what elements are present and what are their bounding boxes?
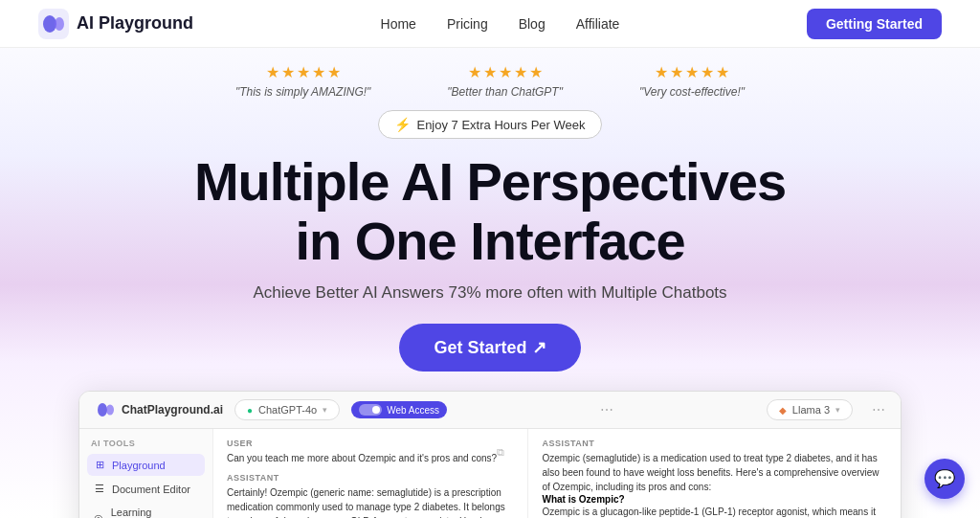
chevron-down-icon: ▾ <box>323 405 327 415</box>
star: ★ <box>655 63 668 81</box>
hero-cta-button[interactable]: Get Started ↗ <box>399 324 580 372</box>
chatgpt-tab[interactable]: ● ChatGPT-4o ▾ <box>234 399 340 420</box>
chevron-down-icon: ▾ <box>835 405 840 415</box>
sidebar-doc-label: Document Editor <box>112 484 190 495</box>
ai-tools-label: AI TOOLS <box>87 439 205 448</box>
user-role-label: USER <box>227 439 514 448</box>
sidebar-playground[interactable]: ⊞ Playground <box>87 454 205 476</box>
toggle-switch[interactable] <box>359 404 382 416</box>
app-logo-small: ChatPlayground.ai <box>95 399 223 420</box>
response-text-1: Ozempic (semaglutide) is a medication us… <box>542 451 887 494</box>
app-chat-panel: USER Can you teach me more about Ozempic… <box>213 429 528 518</box>
chatgpt-tab-label: ChatGPT-4o <box>258 404 317 416</box>
review-3: ★ ★ ★ ★ ★ "Very cost-effective!" <box>639 63 745 99</box>
assistant-message-text: Certainly! Ozempic (generic name: semagl… <box>227 485 514 518</box>
logo-text: AI Playground <box>77 13 193 34</box>
app-sidebar: AI TOOLS ⊞ Playground ☰ Document Editor … <box>79 429 213 518</box>
star: ★ <box>312 63 325 81</box>
nav-blog[interactable]: Blog <box>519 16 546 32</box>
sidebar-learning-companion[interactable]: ◎ Learning Companion <box>87 502 205 518</box>
user-message-block: USER Can you teach me more about Ozempic… <box>227 439 514 465</box>
badge-lightning-icon: ⚡ <box>394 117 411 132</box>
star: ★ <box>297 63 310 81</box>
response-text-2: Ozempic is a glucagon-like peptide-1 (GL… <box>542 505 887 518</box>
assistant-role-label: ASSISTANT <box>227 473 514 483</box>
svg-point-3 <box>98 403 107 417</box>
hero-subtitle: Achieve Better AI Answers 73% more often… <box>253 283 726 303</box>
star: ★ <box>281 63 295 81</box>
nav-affiliate[interactable]: Affiliate <box>576 16 620 32</box>
star: ★ <box>685 63 699 81</box>
more-options-icon-2[interactable]: ⋯ <box>872 402 885 417</box>
nav-pricing[interactable]: Pricing <box>447 16 488 32</box>
sidebar-playground-label: Playground <box>112 460 166 471</box>
chat-float-button[interactable]: 💬 <box>924 459 965 499</box>
hero-title-line2: in One Interface <box>295 211 684 271</box>
badge-label: Enjoy 7 Extra Hours Per Week <box>416 118 585 132</box>
document-icon: ☰ <box>93 483 106 495</box>
logo[interactable]: AI Playground <box>38 9 193 39</box>
app-response-panel: ASSISTANT Ozempic (semaglutide) is a med… <box>528 429 901 518</box>
playground-icon: ⊞ <box>93 459 106 471</box>
response-bold-1: What is Ozempic? <box>542 494 887 505</box>
assistant-message-block: ASSISTANT Certainly! Ozempic (generic na… <box>227 473 514 518</box>
star: ★ <box>716 63 729 81</box>
promo-badge: ⚡ Enjoy 7 Extra Hours Per Week <box>378 110 601 139</box>
app-body: AI TOOLS ⊞ Playground ☰ Document Editor … <box>79 429 901 518</box>
app-screenshot: ChatPlayground.ai ● ChatGPT-4o ▾ Web Acc… <box>78 391 902 518</box>
star: ★ <box>670 63 683 81</box>
review-2: ★ ★ ★ ★ ★ "Better than ChatGPT" <box>447 63 563 99</box>
review-text-3: "Very cost-effective!" <box>639 85 745 99</box>
svg-point-2 <box>55 17 64 31</box>
llama-icon: ◆ <box>779 405 787 416</box>
stars-1: ★ ★ ★ ★ ★ <box>266 63 341 81</box>
svg-point-4 <box>106 405 114 416</box>
svg-point-1 <box>43 15 56 33</box>
star: ★ <box>499 63 512 81</box>
web-access-toggle[interactable]: Web Access <box>351 401 447 418</box>
chat-bubble-icon: 💬 <box>934 468 955 489</box>
copy-icon[interactable]: ⧉ <box>497 446 504 459</box>
stars-2: ★ ★ ★ ★ ★ <box>468 63 543 81</box>
star: ★ <box>514 63 527 81</box>
response-role-label: ASSISTANT <box>542 439 887 448</box>
hero-content: ★ ★ ★ ★ ★ "This is simply AMAZING!" ★ ★ … <box>0 48 980 518</box>
llama-tab[interactable]: ◆ Llama 3 ▾ <box>767 399 853 420</box>
app-topbar: ChatPlayground.ai ● ChatGPT-4o ▾ Web Acc… <box>79 392 901 429</box>
app-logo-text: ChatPlayground.ai <box>122 403 223 417</box>
review-text-1: "This is simply AMAZING!" <box>235 85 370 99</box>
nav-links: Home Pricing Blog Affiliate <box>381 16 620 32</box>
star: ★ <box>266 63 279 81</box>
stars-3: ★ ★ ★ ★ ★ <box>655 63 729 81</box>
more-options-icon[interactable]: ⋯ <box>600 402 613 417</box>
reviews-row: ★ ★ ★ ★ ★ "This is simply AMAZING!" ★ ★ … <box>235 63 745 99</box>
review-1: ★ ★ ★ ★ ★ "This is simply AMAZING!" <box>235 63 370 99</box>
gpt-icon: ● <box>247 405 253 416</box>
user-message-text: Can you teach me more about Ozempic and … <box>227 451 514 465</box>
review-text-2: "Better than ChatGPT" <box>447 85 563 99</box>
star: ★ <box>327 63 341 81</box>
logo-icon <box>38 9 69 39</box>
nav-home[interactable]: Home <box>381 16 416 32</box>
star: ★ <box>529 63 543 81</box>
app-logo-icon <box>95 399 116 420</box>
star: ★ <box>483 63 497 81</box>
star: ★ <box>468 63 481 81</box>
navbar: AI Playground Home Pricing Blog Affiliat… <box>0 0 980 48</box>
learning-icon: ◎ <box>93 512 105 518</box>
sidebar-document-editor[interactable]: ☰ Document Editor <box>87 478 205 500</box>
hero-title: Multiple AI Perspectives in One Interfac… <box>194 152 786 270</box>
hero-title-line1: Multiple AI Perspectives <box>194 151 786 212</box>
star: ★ <box>701 63 714 81</box>
toggle-label: Web Access <box>387 405 439 416</box>
nav-cta-button[interactable]: Getting Started <box>807 9 942 39</box>
sidebar-learn-label: Learning Companion <box>111 507 199 518</box>
llama-tab-label: Llama 3 <box>792 404 830 416</box>
